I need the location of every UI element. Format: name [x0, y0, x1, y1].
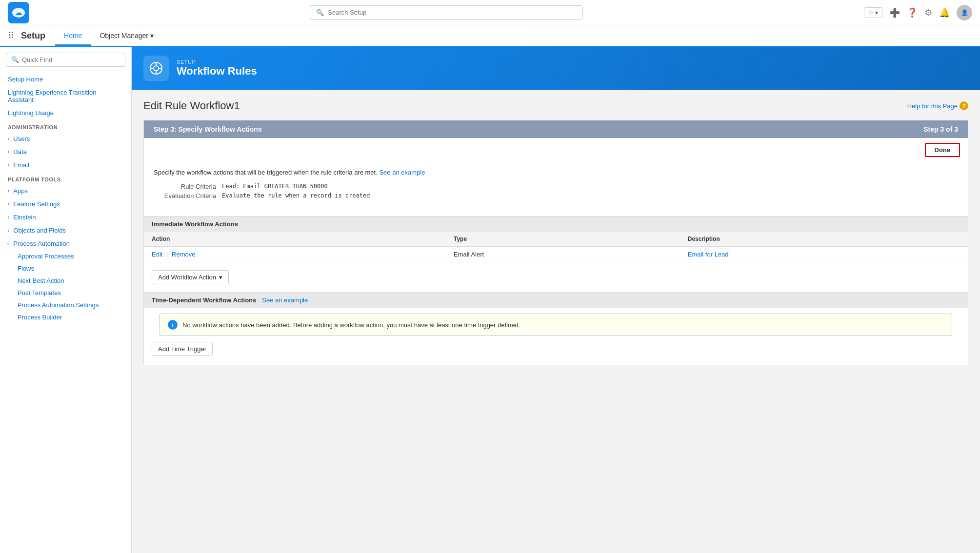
page-header-title: Workflow Rules	[177, 65, 257, 78]
col-action: Action	[144, 232, 446, 247]
sidebar-item-lightning-usage[interactable]: Lightning Usage	[0, 106, 131, 119]
sidebar-item-setup-home[interactable]: Setup Home	[0, 73, 131, 86]
svg-point-4	[154, 66, 159, 71]
action-cell: Edit | Remove	[144, 247, 446, 262]
sidebar-item-process-automation[interactable]: › Process Automation	[0, 237, 131, 250]
sidebar-item-apps[interactable]: › Apps	[0, 184, 131, 198]
help-icon: ?	[960, 101, 968, 110]
add-workflow-label: Add Workflow Action	[158, 274, 216, 281]
grid-icon[interactable]: ⠿	[8, 30, 14, 41]
top-nav: ☁ 🔍 ☆ ▾ ➕ ❓ ⚙ 🔔 👤	[0, 0, 980, 25]
immediate-section-title: Immediate Workflow Actions	[152, 220, 238, 228]
add-workflow-action-button[interactable]: Add Workflow Action ▾	[152, 270, 229, 284]
chevron-right-icon: ›	[8, 149, 9, 155]
search-bar: 🔍	[310, 5, 583, 20]
favorites-button[interactable]: ☆ ▾	[864, 7, 882, 18]
tab-home[interactable]: Home	[55, 27, 91, 46]
sidebar-search-container: 🔍	[6, 53, 125, 67]
description-link[interactable]: Email for Lead	[688, 251, 729, 258]
edit-action-link[interactable]: Edit	[152, 251, 162, 258]
chevron-right-icon: ›	[8, 228, 9, 233]
search-input[interactable]	[328, 9, 577, 16]
action-table: Action Type Description Edit | Remove	[144, 232, 968, 262]
salesforce-logo[interactable]: ☁	[8, 2, 29, 23]
sidebar-subitem-flows[interactable]: Flows	[0, 262, 131, 275]
sidebar-item-email[interactable]: › Email	[0, 158, 131, 172]
svg-text:☁: ☁	[15, 9, 22, 17]
help-button[interactable]: ❓	[907, 7, 918, 18]
sidebar-item-feature-settings[interactable]: › Feature Settings	[0, 198, 131, 211]
add-time-trigger-area: Add Time Trigger	[144, 342, 968, 365]
page-header-text: SETUP Workflow Rules	[177, 59, 257, 78]
rule-criteria-row: Rule Criteria Lead: Email GREATER THAN 5…	[154, 183, 958, 190]
remove-action-link[interactable]: Remove	[172, 251, 195, 258]
sidebar-search-icon: 🔍	[11, 56, 19, 63]
help-link[interactable]: Help for this Page ?	[907, 101, 968, 110]
step-banner: Step 3: Specify Workflow Actions Step 3 …	[144, 120, 968, 138]
table-row: Edit | Remove Email Alert Email for Lead	[144, 247, 968, 262]
immediate-section-header: Immediate Workflow Actions	[144, 216, 968, 232]
workflow-card: Step 3: Specify Workflow Actions Step 3 …	[143, 120, 968, 365]
sub-nav: ⠿ Setup Home Object Manager ▾	[0, 25, 980, 47]
add-button[interactable]: ➕	[889, 7, 900, 18]
step-count: Step 3 of 3	[923, 125, 958, 133]
separator: |	[166, 251, 168, 258]
sidebar-item-lightning-transition[interactable]: Lightning Experience Transition Assistan…	[0, 86, 131, 106]
evaluation-criteria-row: Evaluation Criteria Evaluate the rule wh…	[154, 192, 958, 199]
sidebar-item-objects-fields[interactable]: › Objects and Fields	[0, 224, 131, 237]
type-cell: Email Alert	[446, 247, 680, 262]
sidebar: 🔍 Setup Home Lightning Experience Transi…	[0, 47, 132, 553]
sidebar-subitem-next-best-action[interactable]: Next Best Action	[0, 275, 131, 287]
search-area: 🔍	[35, 5, 858, 20]
sidebar-subitem-approval-processes[interactable]: Approval Processes	[0, 250, 131, 262]
done-row: Done	[144, 138, 968, 160]
done-button[interactable]: Done	[925, 143, 960, 157]
dropdown-arrow-icon: ▾	[219, 274, 222, 281]
tab-object-manager[interactable]: Object Manager ▾	[91, 27, 162, 46]
add-workflow-area: Add Workflow Action ▾	[144, 262, 968, 292]
chevron-right-icon: ›	[8, 136, 9, 141]
edit-rule-title: Edit Rule Workflow1	[143, 99, 240, 112]
description-area: Specify the workflow actions that will b…	[144, 160, 968, 216]
chevron-right-icon: ›	[8, 201, 9, 207]
top-nav-right: ☆ ▾ ➕ ❓ ⚙ 🔔 👤	[864, 5, 972, 20]
description-cell: Email for Lead	[680, 247, 968, 262]
see-example-link[interactable]: See an example	[379, 169, 425, 176]
settings-button[interactable]: ⚙	[924, 7, 932, 18]
page-header: SETUP Workflow Rules	[132, 47, 980, 90]
rule-criteria-value: Lead: Email GREATER THAN 50000	[222, 183, 328, 190]
info-icon: i	[168, 320, 178, 330]
sidebar-item-data[interactable]: › Data	[0, 145, 131, 158]
sidebar-subitem-process-automation-settings[interactable]: Process Automation Settings	[0, 299, 131, 311]
criteria-table: Rule Criteria Lead: Email GREATER THAN 5…	[154, 183, 958, 199]
rule-criteria-label: Rule Criteria	[154, 183, 222, 190]
avatar[interactable]: 👤	[957, 5, 972, 20]
section-administration: ADMINISTRATION	[0, 119, 131, 132]
sidebar-item-users[interactable]: › Users	[0, 132, 131, 145]
setup-label: SETUP	[177, 59, 257, 65]
sidebar-item-einstein[interactable]: › Einstein	[0, 211, 131, 224]
info-box: i No workflow actions have been added. B…	[160, 314, 952, 336]
page-header-icon	[143, 56, 169, 81]
content-area: SETUP Workflow Rules Edit Rule Workflow1…	[132, 47, 980, 553]
help-link-text: Help for this Page	[907, 102, 958, 110]
evaluation-criteria-value: Evaluate the rule when a record is creat…	[222, 192, 370, 199]
sidebar-search-input[interactable]	[22, 56, 120, 63]
app-title: Setup	[21, 31, 45, 41]
info-message: No workflow actions have been added. Bef…	[182, 321, 520, 329]
col-description: Description	[680, 232, 968, 247]
info-box-wrapper: i No workflow actions have been added. B…	[152, 314, 960, 336]
step-label: Step 3: Specify Workflow Actions	[154, 125, 262, 133]
time-dependent-section-header: Time-Dependent Workflow Actions See an e…	[144, 292, 968, 308]
sidebar-subitem-process-builder[interactable]: Process Builder	[0, 311, 131, 323]
time-dependent-see-example-link[interactable]: See an example	[262, 296, 308, 304]
notifications-button[interactable]: 🔔	[939, 7, 950, 18]
chevron-right-icon: ›	[8, 188, 9, 194]
col-type: Type	[446, 232, 680, 247]
add-time-trigger-button[interactable]: Add Time Trigger	[152, 342, 213, 356]
chevron-down-icon: ▾	[150, 32, 154, 40]
search-icon: 🔍	[316, 9, 324, 16]
evaluation-criteria-label: Evaluation Criteria	[154, 192, 222, 199]
time-dependent-title: Time-Dependent Workflow Actions	[152, 296, 256, 304]
sidebar-subitem-post-templates[interactable]: Post Templates	[0, 287, 131, 299]
